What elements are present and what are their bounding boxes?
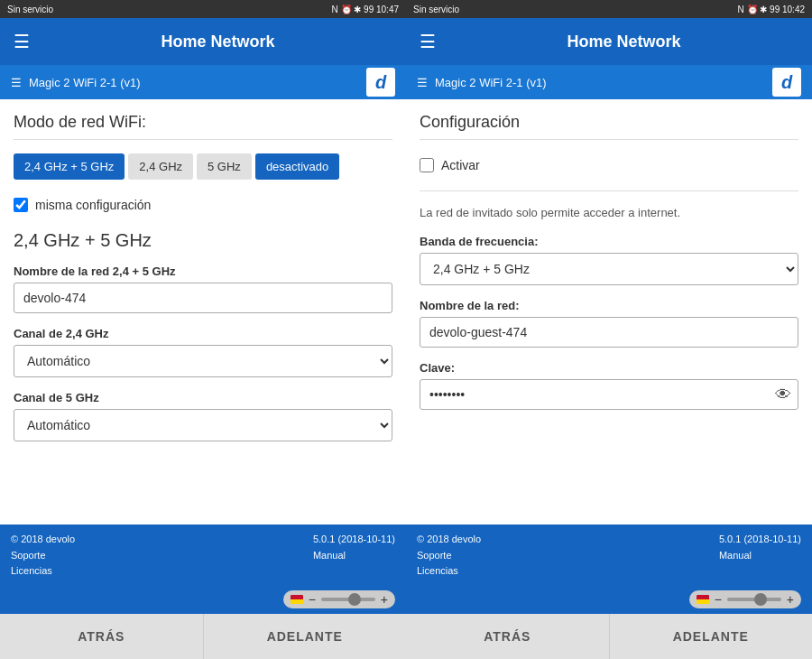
status-left-1: Sin servicio	[7, 5, 53, 14]
network-name-input[interactable]	[14, 283, 392, 313]
zoom-bar-1: − +	[0, 587, 406, 614]
licenses-link-1[interactable]: Licencias	[11, 563, 75, 580]
channel-24-label: Canal de 2,4 GHz	[14, 327, 392, 340]
devolo-logo-2: d	[772, 68, 801, 97]
network-name-label-2: Nombre de la red:	[420, 299, 798, 312]
copyright-1: © 2018 devolo	[11, 532, 75, 548]
zoom-slider-2[interactable]	[727, 598, 781, 601]
password-input[interactable]	[420, 379, 798, 410]
status-right-2: N ⏰ ✱ 99 10:42	[738, 5, 805, 14]
activate-row: Activar	[420, 153, 798, 172]
freq-title: 2,4 GHz + 5 GHz	[14, 230, 392, 251]
footer-right-2: 5.0.1 (2018-10-11) Manual	[719, 532, 801, 580]
wifi-btn-disabled[interactable]: desactivado	[255, 153, 339, 180]
back-button-1[interactable]: ATRÁS	[0, 614, 204, 659]
status-right-1: N ⏰ ✱ 99 10:47	[332, 5, 399, 14]
footer-row-2: © 2018 devolo Soporte Licencias 5.0.1 (2…	[417, 532, 801, 580]
header-2: ☰ Home Network	[406, 18, 812, 65]
toggle-password-button[interactable]: 👁	[775, 385, 791, 404]
back-button-2[interactable]: ATRÁS	[406, 614, 610, 659]
config-title: Configuración	[420, 113, 798, 140]
footer-row-1: © 2018 devolo Soporte Licencias 5.0.1 (2…	[11, 532, 395, 580]
wifi-btn-24[interactable]: 2,4 GHz	[128, 153, 193, 180]
manual-link-1[interactable]: Manual	[313, 548, 395, 564]
channel-24-group: Canal de 2,4 GHz Automático	[14, 327, 392, 377]
nav-buttons-2: ATRÁS ADELANTE	[406, 614, 812, 659]
footer-1: © 2018 devolo Soporte Licencias 5.0.1 (2…	[0, 524, 406, 587]
device-name-1: Magic 2 WiFi 2-1 (v1)	[29, 76, 141, 89]
sub-menu-icon-1[interactable]: ☰	[11, 76, 22, 89]
network-name-input-2[interactable]	[420, 317, 798, 348]
nav-buttons-1: ATRÁS ADELANTE	[0, 614, 406, 659]
version-1: 5.0.1 (2018-10-11)	[313, 532, 395, 548]
zoom-out-button-2[interactable]: −	[715, 592, 722, 607]
content-2: Configuración Activar La red de invitado…	[406, 99, 812, 524]
zoom-out-button-1[interactable]: −	[309, 592, 316, 607]
password-label: Clave:	[420, 361, 798, 375]
screen2: Sin servicio N ⏰ ✱ 99 10:42 ☰ Home Netwo…	[406, 0, 812, 659]
device-name-2: Magic 2 WiFi 2-1 (v1)	[435, 76, 547, 89]
flag-icon-1	[291, 595, 303, 604]
footer-right-1: 5.0.1 (2018-10-11) Manual	[313, 532, 395, 580]
status-bar-1: Sin servicio N ⏰ ✱ 99 10:47	[0, 0, 406, 18]
divider	[420, 190, 798, 191]
password-field-wrapper: 👁	[420, 379, 798, 410]
zoom-thumb-2	[754, 593, 767, 606]
wifi-btn-both[interactable]: 2,4 GHz + 5 GHz	[14, 153, 125, 180]
menu-icon-1[interactable]: ☰	[14, 31, 30, 52]
page-title-1: Home Network	[43, 32, 392, 51]
sub-header-2: ☰ Magic 2 WiFi 2-1 (v1) d	[406, 65, 812, 99]
footer-left-2: © 2018 devolo Soporte Licencias	[417, 532, 481, 580]
flag-icon-2	[697, 595, 709, 604]
channel-5-select[interactable]: Automático	[14, 409, 392, 441]
network-name-group: Nombre de la red 2,4 + 5 GHz	[14, 265, 392, 313]
channel-5-group: Canal de 5 GHz Automático	[14, 391, 392, 441]
zoom-in-button-2[interactable]: +	[787, 592, 794, 607]
zoom-in-button-1[interactable]: +	[381, 592, 388, 607]
support-link-1[interactable]: Soporte	[11, 548, 75, 564]
sub-header-1: ☰ Magic 2 WiFi 2-1 (v1) d	[0, 65, 406, 99]
same-config-row: misma configuración	[14, 193, 392, 212]
zoom-bar-2: − +	[406, 587, 812, 614]
config-description: La red de invitado solo permite acceder …	[420, 205, 798, 221]
wifi-mode-buttons: 2,4 GHz + 5 GHz 2,4 GHz 5 GHz desactivad…	[14, 153, 392, 180]
network-name-label: Nombre de la red 2,4 + 5 GHz	[14, 265, 392, 278]
devolo-logo-1: d	[366, 68, 395, 97]
sub-header-left-1: ☰ Magic 2 WiFi 2-1 (v1)	[11, 76, 141, 89]
same-config-label: misma configuración	[35, 198, 151, 212]
zoom-thumb-1	[348, 593, 361, 606]
wifi-mode-label: Modo de red WiFi:	[14, 113, 392, 140]
version-2: 5.0.1 (2018-10-11)	[719, 532, 801, 548]
freq-band-select[interactable]: 2,4 GHz + 5 GHz	[420, 253, 798, 285]
zoom-control-1: − +	[283, 590, 395, 608]
page-title-2: Home Network	[449, 32, 798, 51]
manual-link-2[interactable]: Manual	[719, 548, 801, 564]
activate-label: Activar	[441, 158, 480, 172]
channel-24-select[interactable]: Automático	[14, 345, 392, 377]
activate-checkbox[interactable]	[420, 158, 434, 172]
support-link-2[interactable]: Soporte	[417, 548, 481, 564]
freq-band-label: Banda de frecuencia:	[420, 235, 798, 248]
zoom-control-2: − +	[689, 590, 801, 608]
zoom-slider-1[interactable]	[321, 598, 375, 601]
same-config-checkbox[interactable]	[14, 198, 28, 212]
wifi-btn-5[interactable]: 5 GHz	[197, 153, 252, 180]
sub-header-left-2: ☰ Magic 2 WiFi 2-1 (v1)	[417, 76, 547, 89]
status-bar-2: Sin servicio N ⏰ ✱ 99 10:42	[406, 0, 812, 18]
header-1: ☰ Home Network	[0, 18, 406, 65]
copyright-2: © 2018 devolo	[417, 532, 481, 548]
forward-button-1[interactable]: ADELANTE	[204, 614, 407, 659]
network-name-group-2: Nombre de la red:	[420, 299, 798, 348]
forward-button-2[interactable]: ADELANTE	[610, 614, 813, 659]
licenses-link-2[interactable]: Licencias	[417, 563, 481, 580]
menu-icon-2[interactable]: ☰	[420, 31, 436, 52]
screen1: Sin servicio N ⏰ ✱ 99 10:47 ☰ Home Netwo…	[0, 0, 406, 659]
status-left-2: Sin servicio	[413, 5, 459, 14]
footer-2: © 2018 devolo Soporte Licencias 5.0.1 (2…	[406, 524, 812, 587]
password-group: Clave: 👁	[420, 361, 798, 410]
footer-left-1: © 2018 devolo Soporte Licencias	[11, 532, 75, 580]
content-1: Modo de red WiFi: 2,4 GHz + 5 GHz 2,4 GH…	[0, 99, 406, 524]
freq-band-group: Banda de frecuencia: 2,4 GHz + 5 GHz	[420, 235, 798, 285]
sub-menu-icon-2[interactable]: ☰	[417, 76, 428, 89]
channel-5-label: Canal de 5 GHz	[14, 391, 392, 404]
